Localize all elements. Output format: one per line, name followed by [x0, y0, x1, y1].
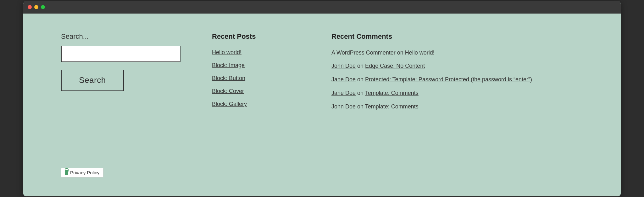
post-link-block-gallery[interactable]: Block: Gallery: [212, 101, 247, 107]
maximize-button[interactable]: [41, 5, 45, 9]
comment-post-link-4[interactable]: Template: Comments: [365, 103, 419, 110]
footer: Privacy Policy: [61, 168, 583, 177]
list-item: Hello world!: [212, 48, 313, 57]
recent-comments-widget: Recent Comments A WordPress Commenter on…: [331, 32, 583, 149]
comment-on-text-3: on: [357, 90, 365, 96]
list-item: A WordPress Commenter on Hello world!: [331, 48, 583, 57]
list-item: Block: Button: [212, 74, 313, 83]
privacy-policy-label: Privacy Policy: [70, 170, 99, 175]
search-label: Search...: [61, 32, 193, 41]
titlebar: [23, 1, 621, 14]
comment-on-text-1: on: [357, 63, 365, 69]
recent-comments-title: Recent Comments: [331, 32, 583, 41]
comment-on-text-4: on: [357, 103, 365, 110]
page-content: Search... Search Recent Posts Hello worl…: [23, 14, 621, 196]
commenter-link-1[interactable]: John Doe: [331, 63, 356, 69]
main-area: Search... Search Recent Posts Hello worl…: [61, 32, 583, 149]
search-input[interactable]: [61, 46, 180, 62]
list-item: John Doe on Edge Case: No Content: [331, 61, 583, 71]
post-link-block-button[interactable]: Block: Button: [212, 75, 245, 81]
post-link-block-cover[interactable]: Block: Cover: [212, 88, 244, 94]
list-item: Jane Doe on Protected: Template: Passwor…: [331, 75, 583, 84]
comment-post-link-0[interactable]: Hello world!: [405, 49, 435, 56]
list-item: Block: Image: [212, 61, 313, 70]
comment-post-link-3[interactable]: Template: Comments: [365, 90, 419, 96]
privacy-policy-badge[interactable]: Privacy Policy: [61, 168, 103, 177]
list-item: John Doe on Template: Comments: [331, 102, 583, 111]
post-link-block-image[interactable]: Block: Image: [212, 62, 245, 68]
commenter-link-0[interactable]: A WordPress Commenter: [331, 49, 396, 56]
minimize-button[interactable]: [34, 5, 38, 9]
list-item: Block: Cover: [212, 87, 313, 96]
search-widget: Search... Search: [61, 32, 212, 149]
comment-on-text-2: on: [357, 76, 365, 83]
search-button[interactable]: Search: [61, 70, 124, 91]
comment-post-link-2[interactable]: Protected: Template: Password Protected …: [365, 76, 532, 83]
browser-window: Search... Search Recent Posts Hello worl…: [23, 1, 621, 196]
post-list: Hello world! Block: Image Block: Button …: [212, 48, 313, 108]
recent-posts-title: Recent Posts: [212, 32, 313, 41]
recent-posts-widget: Recent Posts Hello world! Block: Image B…: [212, 32, 331, 149]
post-link-hello-world[interactable]: Hello world!: [212, 49, 242, 55]
commenter-link-3[interactable]: Jane Doe: [331, 90, 356, 96]
commenter-link-2[interactable]: Jane Doe: [331, 76, 356, 83]
comment-on-text-0: on: [397, 49, 405, 56]
commenter-link-4[interactable]: John Doe: [331, 103, 356, 110]
comment-list: A WordPress Commenter on Hello world! Jo…: [331, 48, 583, 111]
privacy-icon: [65, 170, 68, 175]
list-item: Jane Doe on Template: Comments: [331, 89, 583, 98]
list-item: Block: Gallery: [212, 100, 313, 108]
comment-post-link-1[interactable]: Edge Case: No Content: [365, 63, 425, 69]
close-button[interactable]: [28, 5, 32, 9]
